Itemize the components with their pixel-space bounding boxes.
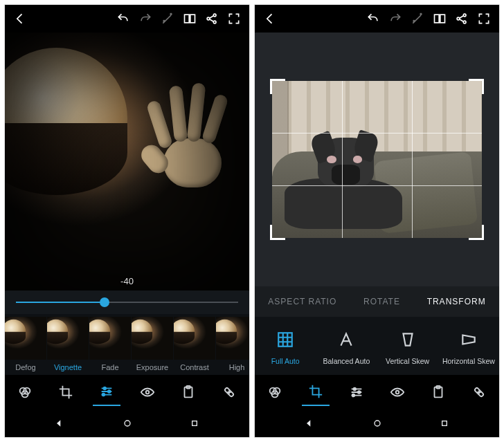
svg-point-26 — [353, 388, 356, 391]
preset-label: Contrast — [180, 360, 209, 375]
android-home-icon[interactable] — [115, 411, 140, 436]
letter-a-icon — [337, 331, 355, 351]
tab-transform[interactable]: TRANSFORM — [427, 297, 486, 306]
svg-rect-16 — [192, 421, 197, 426]
share-icon[interactable] — [451, 8, 473, 30]
edited-photo-lamp — [5, 33, 249, 291]
phone-right-transform: ASPECT RATIOROTATETRANSFORM Full Auto Ba… — [254, 4, 500, 438]
slider-thumb[interactable] — [100, 297, 109, 307]
preset-exposure[interactable]: Exposure — [132, 317, 173, 375]
svg-point-27 — [358, 391, 361, 394]
preset-label: Vignette — [54, 360, 82, 375]
transform-option-label: Vertical Skew — [386, 357, 429, 365]
tool-crop-icon[interactable] — [302, 378, 330, 406]
preset-label: High — [229, 360, 245, 375]
fullscreen-icon[interactable] — [473, 8, 495, 30]
crop-frame[interactable] — [272, 81, 483, 239]
transform-option-vertical-skew[interactable]: Vertical Skew — [377, 331, 438, 365]
tab-rotate[interactable]: ROTATE — [363, 297, 400, 306]
svg-point-15 — [125, 421, 130, 426]
tool-heal-icon[interactable] — [215, 378, 243, 406]
svg-point-11 — [146, 391, 150, 394]
transform-option-label: Full Auto — [271, 357, 300, 365]
svg-rect-34 — [442, 421, 447, 426]
redo-icon[interactable] — [384, 8, 406, 30]
crop-tab-row: ASPECT RATIOROTATETRANSFORM — [255, 286, 499, 317]
preset-thumbnail — [89, 317, 131, 360]
svg-point-4 — [213, 21, 216, 24]
svg-point-29 — [396, 391, 399, 394]
fullscreen-icon[interactable] — [223, 8, 245, 30]
compare-icon[interactable] — [429, 8, 451, 30]
svg-rect-22 — [278, 333, 292, 347]
preset-label: Fade — [101, 360, 118, 375]
svg-point-28 — [352, 394, 355, 397]
svg-point-9 — [108, 390, 111, 393]
svg-rect-18 — [440, 15, 445, 23]
redo-icon[interactable] — [134, 8, 156, 30]
magic-wand-icon[interactable] — [406, 8, 429, 30]
photo-canvas[interactable]: -40 — [5, 33, 249, 291]
crop-handle-bottom-left[interactable] — [270, 225, 285, 240]
compare-icon[interactable] — [179, 8, 201, 30]
photo-canvas[interactable] — [255, 33, 499, 286]
preset-thumbnail — [47, 317, 89, 360]
tool-heal-icon[interactable] — [465, 378, 493, 406]
app-top-bar — [255, 5, 499, 33]
android-recents-icon[interactable] — [432, 411, 457, 436]
preset-thumbnail — [216, 317, 249, 360]
android-nav-bar — [255, 409, 499, 437]
hskew-icon — [460, 331, 478, 351]
svg-point-2 — [207, 17, 210, 20]
undo-icon[interactable] — [112, 8, 134, 30]
bottom-tool-row — [255, 375, 499, 409]
svg-rect-1 — [190, 15, 195, 23]
transform-option-full-auto[interactable]: Full Auto — [255, 331, 316, 365]
svg-rect-17 — [435, 15, 440, 23]
crop-handle-top-left[interactable] — [270, 79, 285, 94]
preset-label: Defog — [15, 360, 35, 375]
android-back-icon[interactable] — [297, 411, 322, 436]
vskew-icon — [399, 331, 417, 351]
tool-crop-icon[interactable] — [52, 378, 80, 406]
crop-handle-top-right[interactable] — [469, 79, 484, 94]
tool-clipboard-icon[interactable] — [424, 378, 452, 406]
preset-defog[interactable]: Defog — [5, 317, 46, 375]
tool-eye-icon[interactable] — [134, 378, 161, 406]
preset-vignette[interactable]: Vignette — [47, 317, 89, 375]
transform-option-horizontal-skew[interactable]: Horizontal Skew — [438, 331, 499, 365]
transform-option-label: Balanced Auto — [323, 357, 370, 365]
transform-option-label: Horizontal Skew — [442, 357, 495, 365]
tool-clipboard-icon[interactable] — [174, 378, 202, 406]
tab-aspect-ratio[interactable]: ASPECT RATIO — [268, 297, 336, 306]
preset-strip[interactable]: Defog Vignette Fade Exposure Contrast Hi… — [5, 314, 249, 375]
tool-adjust-icon[interactable] — [343, 378, 370, 406]
preset-high[interactable]: High — [216, 317, 249, 375]
bottom-tool-row — [5, 375, 249, 409]
svg-point-33 — [375, 421, 380, 426]
tool-adjust-icon[interactable] — [93, 378, 120, 406]
back-icon[interactable] — [259, 8, 281, 30]
android-home-icon[interactable] — [365, 411, 390, 436]
tool-eye-icon[interactable] — [384, 378, 411, 406]
android-nav-bar — [5, 409, 249, 437]
preset-thumbnail — [5, 317, 46, 360]
phone-left-vignette: -40 Defog Vignette Fade Exposure Contras… — [4, 4, 250, 438]
app-top-bar — [5, 5, 249, 33]
svg-point-20 — [463, 14, 466, 17]
tool-looks-icon[interactable] — [261, 378, 289, 406]
preset-contrast[interactable]: Contrast — [174, 317, 215, 375]
undo-icon[interactable] — [362, 8, 384, 30]
svg-point-21 — [463, 21, 466, 24]
magic-wand-icon[interactable] — [156, 8, 179, 30]
tool-looks-icon[interactable] — [11, 378, 39, 406]
android-recents-icon[interactable] — [182, 411, 207, 436]
android-back-icon[interactable] — [47, 411, 72, 436]
preset-fade[interactable]: Fade — [89, 317, 131, 375]
share-icon[interactable] — [201, 8, 223, 30]
crop-handle-bottom-right[interactable] — [469, 225, 484, 240]
transform-option-balanced-auto[interactable]: Balanced Auto — [316, 331, 377, 365]
adjust-slider[interactable] — [16, 302, 238, 303]
transform-options-row: Full Auto Balanced Auto Vertical Skew Ho… — [255, 317, 499, 375]
back-icon[interactable] — [9, 8, 31, 30]
